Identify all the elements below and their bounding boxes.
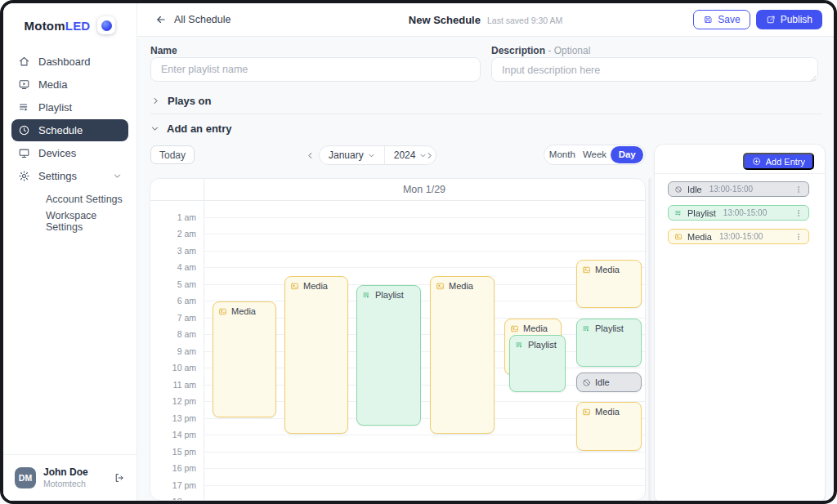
- publish-button[interactable]: Publish: [756, 10, 822, 29]
- name-input[interactable]: [150, 57, 481, 82]
- entry-media[interactable]: Media13:00-15:00: [668, 229, 809, 244]
- hour-gridline: [204, 485, 645, 486]
- playlist-icon: [674, 209, 683, 217]
- add-entry-button[interactable]: Add Entry: [743, 153, 814, 170]
- calendar-event-media[interactable]: Media: [284, 276, 348, 434]
- user-box: DM John Doe Motomtech: [3, 454, 137, 501]
- hour-label: 18 pm: [172, 497, 196, 500]
- hour-label: 13 pm: [172, 413, 196, 423]
- user-name: John Doe: [43, 466, 88, 479]
- header-actions: Save Publish: [693, 10, 822, 29]
- media-icon: [582, 408, 591, 417]
- event-label: Playlist: [375, 290, 404, 300]
- hour-gridline: [204, 468, 645, 469]
- hour-label: 8 am: [177, 329, 196, 339]
- hour-label: 1 am: [177, 212, 196, 222]
- description-input[interactable]: [491, 57, 818, 82]
- playlist-icon: [515, 341, 524, 350]
- clock-icon: [18, 124, 30, 136]
- calendar-event-media[interactable]: Media: [430, 276, 495, 434]
- main-area: All Schedule New Schedule Last saved 9:3…: [137, 3, 834, 501]
- publish-icon: [766, 15, 776, 25]
- month-dropdown[interactable]: January: [320, 146, 384, 164]
- calendar-event-media[interactable]: Media: [576, 402, 642, 451]
- today-button[interactable]: Today: [150, 145, 195, 164]
- save-icon: [703, 15, 713, 25]
- sidebar-item-playlist[interactable]: Playlist: [11, 96, 128, 118]
- hour-label: 16 pm: [172, 463, 196, 473]
- content: Name Description - Optional Plays on Add…: [137, 37, 834, 501]
- plays-on-toggle[interactable]: Plays on: [151, 95, 211, 107]
- view-day[interactable]: Day: [611, 146, 643, 163]
- entry-label: Playlist: [687, 208, 716, 218]
- sidebar-item-media[interactable]: Media: [11, 74, 128, 96]
- sidebar-nav: DashboardMediaPlaylistScheduleDevicesSet…: [3, 44, 137, 232]
- calendar-event-media[interactable]: Media: [576, 260, 642, 309]
- sidebar-subitem-account-settings[interactable]: Account Settings: [11, 188, 128, 210]
- sidebar-item-label: Devices: [38, 147, 76, 159]
- sidebar-item-devices[interactable]: Devices: [11, 142, 128, 164]
- sidebar-item-dashboard[interactable]: Dashboard: [11, 51, 128, 73]
- prev-period-icon[interactable]: [302, 148, 317, 163]
- view-month[interactable]: Month: [546, 146, 579, 163]
- save-button[interactable]: Save: [693, 10, 750, 29]
- sidebar-item-label: Dashboard: [38, 56, 91, 68]
- calendar-event-idle[interactable]: Idle: [576, 372, 642, 392]
- calendar-event-media[interactable]: Media: [213, 301, 276, 417]
- next-period-icon[interactable]: [422, 148, 436, 163]
- hour-label: 12 pm: [172, 396, 196, 406]
- home-icon: [18, 56, 30, 68]
- sidebar-subitem-workspace-settings[interactable]: Workspace Settings: [11, 210, 128, 232]
- panel-scrollbar[interactable]: [648, 178, 651, 501]
- hour-label: 15 pm: [172, 447, 196, 457]
- playlist-icon: [18, 101, 30, 114]
- logout-icon[interactable]: [114, 472, 125, 484]
- media-icon: [290, 282, 299, 291]
- entries-list: Idle13:00-15:00Playlist13:00-15:00Media1…: [668, 181, 809, 252]
- topbar: All Schedule New Schedule Last saved 9:3…: [137, 3, 834, 37]
- event-label: Idle: [595, 377, 610, 387]
- event-label: Media: [523, 323, 548, 333]
- hour-label: 2 am: [177, 229, 196, 239]
- view-switch: MonthWeekDay: [544, 145, 646, 165]
- entry-idle[interactable]: Idle13:00-15:00: [668, 181, 809, 197]
- kebab-menu-icon[interactable]: [794, 233, 803, 241]
- add-an-entry-toggle[interactable]: Add an entry: [150, 123, 231, 135]
- media-screen-icon: [18, 78, 30, 91]
- plus-circle-icon: [752, 157, 761, 166]
- sidebar-item-settings[interactable]: Settings: [11, 165, 128, 187]
- entry-time: 13:00-15:00: [723, 208, 767, 217]
- kebab-menu-icon[interactable]: [794, 209, 803, 217]
- user-meta: John Doe Motomtech: [43, 466, 88, 489]
- view-week[interactable]: Week: [579, 146, 611, 163]
- day-header: Mon 1/29: [204, 179, 645, 200]
- media-icon: [582, 265, 591, 274]
- calendar-event-playlist[interactable]: Playlist: [576, 319, 642, 368]
- media-icon: [436, 282, 445, 291]
- calendar-event-playlist[interactable]: Playlist: [509, 335, 566, 392]
- idle-icon: [674, 185, 683, 194]
- gear-icon: [18, 170, 30, 182]
- logo-text: MotomLED: [25, 19, 91, 33]
- back-label: All Schedule: [174, 14, 231, 25]
- day-grid[interactable]: MediaMediaPlaylistMediaMediaPlaylistMedi…: [204, 200, 645, 500]
- page-title: New Schedule Last saved 9:30 AM: [409, 14, 562, 26]
- logo-mark-icon: [97, 16, 115, 34]
- sidebar-item-label: Media: [38, 78, 67, 91]
- back-arrow-icon: [155, 14, 167, 25]
- media-icon: [674, 233, 683, 241]
- name-label: Name: [150, 45, 177, 56]
- sidebar-item-schedule[interactable]: Schedule: [11, 119, 128, 141]
- entry-time: 13:00-15:00: [719, 232, 763, 241]
- kebab-menu-icon[interactable]: [794, 185, 803, 194]
- last-saved-text: Last saved 9:30 AM: [487, 16, 562, 25]
- event-label: Media: [595, 407, 620, 417]
- calendar-event-playlist[interactable]: Playlist: [356, 285, 421, 426]
- back-button[interactable]: All Schedule: [155, 14, 231, 25]
- description-label: Description - Optional: [491, 45, 590, 56]
- sidebar-item-label: Playlist: [38, 101, 72, 114]
- media-icon: [510, 324, 519, 333]
- event-label: Media: [595, 265, 620, 274]
- hour-gridline: [204, 251, 645, 252]
- entry-playlist[interactable]: Playlist13:00-15:00: [668, 205, 809, 221]
